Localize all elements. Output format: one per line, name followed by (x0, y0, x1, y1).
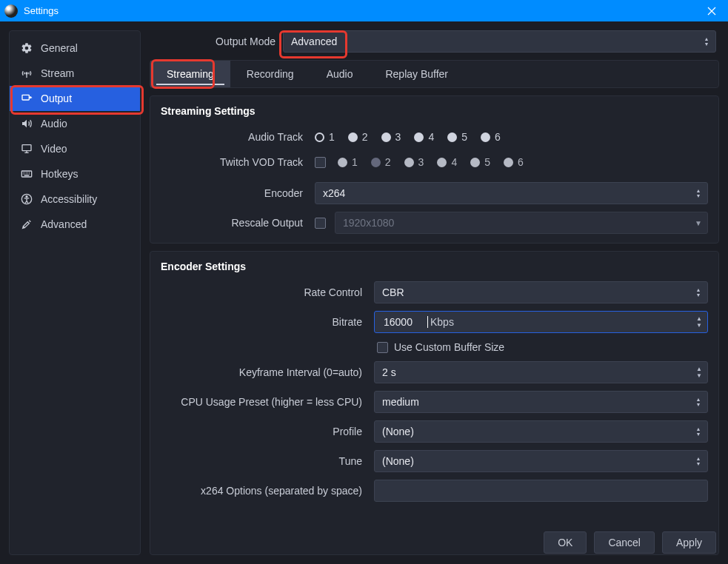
cpu-preset-value: medium (382, 396, 419, 408)
vod-track-label: Twitch VOD Track (161, 156, 309, 168)
tune-value: (None) (382, 455, 414, 467)
apply-button[interactable]: Apply (662, 531, 716, 554)
radio-icon (437, 158, 447, 167)
x264-opts-row: x264 Options (separated by space) (161, 478, 708, 503)
audio-track-2[interactable]: 2 (348, 131, 368, 143)
sidebar-item-label: Accessibility (41, 193, 97, 205)
custom-buffer-checkbox[interactable] (377, 342, 388, 353)
output-icon (20, 93, 33, 104)
sidebar-item-audio[interactable]: Audio (10, 111, 140, 136)
vod-track-6[interactable]: 6 (504, 156, 524, 168)
radio-icon (338, 158, 347, 167)
close-icon (707, 7, 716, 16)
keyframe-row: Keyframe Interval (0=auto) 2 s ▲▼ (161, 360, 708, 385)
tune-select[interactable]: (None) ▲▼ (374, 450, 708, 472)
sidebar-item-output[interactable]: Output (10, 86, 140, 111)
chevron-down-icon: ▼ (691, 214, 706, 232)
keyframe-input[interactable]: 2 s ▲▼ (374, 361, 708, 383)
vod-track-5[interactable]: 5 (470, 156, 490, 168)
chevron-up-down-icon: ▲▼ (699, 33, 714, 50)
sidebar-item-label: Advanced (41, 218, 87, 230)
vod-track-row: Twitch VOD Track 1 2 3 4 5 6 (161, 150, 708, 175)
radio-icon (371, 158, 381, 167)
keyboard-icon (20, 168, 33, 180)
custom-buffer-row: Use Custom Buffer Size (161, 335, 708, 360)
audio-track-1[interactable]: 1 (315, 131, 335, 143)
radio-icon (470, 158, 480, 167)
radio-icon (414, 132, 424, 142)
cancel-button[interactable]: Cancel (594, 531, 655, 554)
sidebar-item-label: Hotkeys (41, 168, 79, 180)
sidebar-item-general[interactable]: General (10, 36, 140, 61)
monitor-icon (20, 143, 33, 155)
stepper-icon[interactable]: ▲▼ (692, 313, 706, 331)
encoder-select[interactable]: x264 ▲▼ (315, 182, 708, 204)
cpu-preset-row: CPU Usage Preset (higher = less CPU) med… (161, 389, 708, 414)
audio-track-label: Audio Track (161, 131, 309, 143)
rescale-label: Rescale Output (161, 217, 309, 229)
chevron-up-down-icon: ▲▼ (691, 452, 706, 470)
profile-select[interactable]: (None) ▲▼ (374, 420, 708, 443)
sidebar-item-hotkeys[interactable]: Hotkeys (10, 161, 140, 187)
vod-track-checkbox[interactable] (315, 157, 326, 168)
audio-track-3[interactable]: 3 (381, 131, 401, 143)
bitrate-row: Bitrate Kbps ▲▼ (161, 309, 708, 335)
cpu-preset-select[interactable]: medium ▲▼ (374, 391, 708, 413)
sidebar-item-label: Video (41, 143, 67, 155)
chevron-up-down-icon: ▲▼ (691, 423, 706, 440)
sidebar-item-stream[interactable]: Stream (10, 61, 140, 86)
audio-track-5[interactable]: 5 (447, 131, 467, 143)
sidebar-item-accessibility[interactable]: Accessibility (10, 187, 140, 212)
tab-streaming[interactable]: Streaming (150, 61, 230, 87)
accessibility-icon (20, 193, 33, 205)
rate-control-value: CBR (382, 286, 404, 298)
sidebar-item-label: Audio (41, 118, 67, 130)
radio-icon (447, 132, 457, 142)
bitrate-label: Bitrate (161, 316, 368, 328)
speaker-icon (20, 118, 33, 130)
radio-icon (404, 158, 414, 167)
main-panel: Output Mode Advanced ▲▼ Streaming Record… (150, 30, 719, 555)
titlebar: Settings (0, 0, 728, 21)
output-mode-row: Output Mode Advanced ▲▼ (150, 30, 719, 53)
tune-label: Tune (161, 455, 368, 467)
custom-buffer-label: Use Custom Buffer Size (394, 341, 504, 353)
profile-label: Profile (161, 426, 368, 437)
obs-logo (4, 4, 18, 18)
tab-recording[interactable]: Recording (230, 61, 310, 87)
svg-point-5 (26, 196, 27, 198)
stepper-icon[interactable]: ▲▼ (692, 363, 706, 381)
vod-track-3[interactable]: 3 (404, 156, 424, 168)
output-mode-label: Output Mode (150, 36, 283, 47)
window-title: Settings (24, 5, 59, 16)
profile-value: (None) (382, 426, 414, 437)
bitrate-value[interactable] (382, 315, 427, 329)
vod-track-4[interactable]: 4 (437, 156, 457, 168)
rescale-select[interactable]: 1920x1080 ▼ (335, 212, 708, 234)
audio-track-4[interactable]: 4 (414, 131, 434, 143)
vod-track-2[interactable]: 2 (371, 156, 391, 168)
audio-track-row: Audio Track 1 2 3 4 5 6 (161, 124, 708, 150)
sidebar-item-label: Output (41, 93, 72, 104)
output-mode-select[interactable]: Advanced ▲▼ (283, 30, 716, 53)
rescale-checkbox[interactable] (315, 218, 326, 229)
custom-buffer-checkbox-row[interactable]: Use Custom Buffer Size (374, 341, 504, 353)
radio-icon (348, 132, 358, 142)
text-cursor (427, 316, 428, 328)
sidebar-item-label: Stream (41, 67, 74, 79)
tab-replay-buffer[interactable]: Replay Buffer (369, 61, 464, 87)
vod-track-1[interactable]: 1 (338, 156, 358, 168)
rate-control-select[interactable]: CBR ▲▼ (374, 281, 708, 303)
sidebar-item-advanced[interactable]: Advanced (10, 212, 140, 237)
rate-control-label: Rate Control (161, 286, 368, 298)
encoder-value: x264 (323, 187, 345, 199)
tab-audio[interactable]: Audio (310, 61, 370, 87)
chevron-up-down-icon: ▲▼ (691, 184, 706, 202)
audio-track-6[interactable]: 6 (481, 131, 501, 143)
rate-control-row: Rate Control CBR ▲▼ (161, 280, 708, 305)
x264-opts-input[interactable] (374, 480, 708, 502)
close-button[interactable] (700, 1, 724, 21)
bitrate-input[interactable]: Kbps ▲▼ (374, 311, 708, 333)
ok-button[interactable]: OK (544, 531, 587, 554)
sidebar-item-video[interactable]: Video (10, 136, 140, 161)
